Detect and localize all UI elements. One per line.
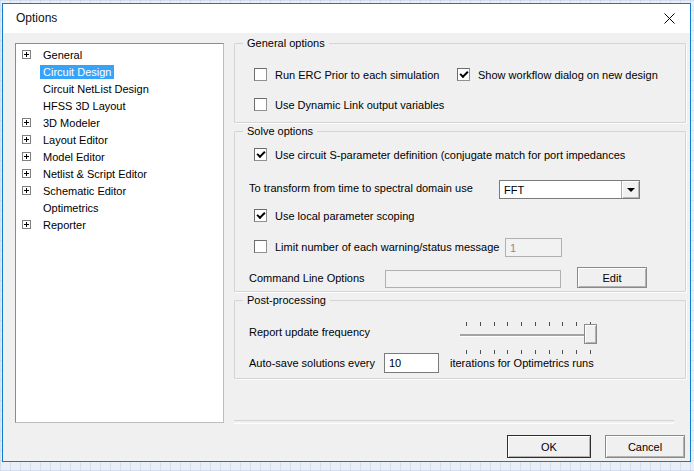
tree-item-model-editor[interactable]: Model Editor xyxy=(16,148,223,165)
expand-plus-icon[interactable] xyxy=(22,152,31,161)
autosave-prefix-label: Auto-save solutions every xyxy=(249,357,375,369)
group-title: Post-processing xyxy=(243,294,330,307)
dynamic-link-checkbox[interactable] xyxy=(254,98,267,111)
dialog-body: General Circuit Design Circuit NetList D… xyxy=(3,33,690,461)
group-title: General options xyxy=(243,37,329,50)
tree-item-hfss-3d-layout[interactable]: HFSS 3D Layout xyxy=(16,97,223,114)
limit-warning-checkbox[interactable] xyxy=(254,240,267,253)
combo-selected-value: FFT xyxy=(500,184,621,196)
report-update-frequency-label: Report update frequency xyxy=(249,326,370,338)
group-title: Solve options xyxy=(243,125,317,138)
show-workflow-checkbox[interactable] xyxy=(457,68,470,81)
command-line-options-label: Command Line Options xyxy=(249,272,365,284)
command-line-options-input[interactable] xyxy=(385,270,561,288)
chevron-down-icon xyxy=(627,188,635,192)
tree-item-3d-modeler[interactable]: 3D Modeler xyxy=(16,114,223,131)
report-update-frequency-slider[interactable] xyxy=(457,314,602,356)
local-scoping-checkbox[interactable] xyxy=(254,209,267,222)
tree-item-circuit-design[interactable]: Circuit Design xyxy=(16,63,223,80)
tree-item-schematic-editor[interactable]: Schematic Editor xyxy=(16,182,223,199)
solve-options-group: Solve options Use circuit S-parameter de… xyxy=(234,131,686,292)
expand-plus-icon[interactable] xyxy=(22,169,31,178)
run-erc-checkbox[interactable] xyxy=(254,68,267,81)
options-dialog: Options General Circuit Design Circuit N… xyxy=(2,3,691,462)
autosave-iterations-input[interactable] xyxy=(384,353,439,373)
slider-thumb[interactable] xyxy=(584,324,597,344)
general-options-group: General options Run ERC Prior to each si… xyxy=(234,43,686,123)
tree-item-circuit-netlist-design[interactable]: Circuit NetList Design xyxy=(16,80,223,97)
options-category-tree: General Circuit Design Circuit NetList D… xyxy=(15,43,224,423)
slider-ticks-bottom xyxy=(466,350,591,354)
expand-plus-icon[interactable] xyxy=(22,135,31,144)
expand-plus-icon[interactable] xyxy=(22,220,31,229)
autosave-suffix-label: iterations for Optimetrics runs xyxy=(450,357,594,369)
tree-item-optimetrics[interactable]: Optimetrics xyxy=(16,199,223,216)
tree-item-general[interactable]: General xyxy=(16,46,223,63)
edit-button[interactable]: Edit xyxy=(577,267,647,288)
post-processing-group: Post-processing Report update frequency … xyxy=(234,300,686,379)
tree-item-layout-editor[interactable]: Layout Editor xyxy=(16,131,223,148)
tree-item-netlist-script-editor[interactable]: Netlist & Script Editor xyxy=(16,165,223,182)
expand-plus-icon[interactable] xyxy=(22,118,31,127)
slider-ticks-top xyxy=(466,322,591,326)
transform-domain-label: To transform from time to spectral domai… xyxy=(249,182,473,194)
ok-button[interactable]: OK xyxy=(507,435,591,458)
footer-separator xyxy=(234,420,674,423)
expand-plus-icon[interactable] xyxy=(22,186,31,195)
slider-track[interactable] xyxy=(460,334,597,336)
combo-dropdown-button[interactable] xyxy=(621,181,639,198)
tree-item-reporter[interactable]: Reporter xyxy=(16,216,223,233)
s-parameter-checkbox[interactable] xyxy=(254,148,267,161)
limit-warning-count-input[interactable] xyxy=(505,238,562,257)
transform-domain-select[interactable]: FFT xyxy=(499,180,640,199)
cancel-button[interactable]: Cancel xyxy=(605,435,685,458)
expand-plus-icon[interactable] xyxy=(22,50,31,59)
